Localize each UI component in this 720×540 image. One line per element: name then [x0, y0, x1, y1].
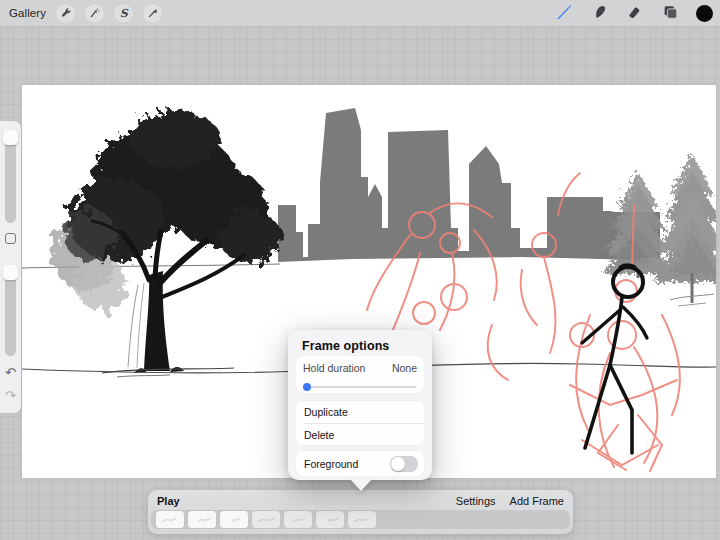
frame-thumbnail[interactable] — [188, 511, 216, 528]
adjustments-button[interactable] — [85, 4, 104, 23]
frame-thumbnail[interactable] — [220, 511, 248, 528]
popover-title: Frame options — [288, 330, 432, 353]
redo-button[interactable]: ↷ — [0, 389, 21, 402]
brush-opacity-slider[interactable] — [5, 268, 16, 356]
hold-duration-label: Hold duration — [303, 362, 365, 374]
foreground-label: Foreground — [304, 458, 358, 470]
transform-arrow-icon — [147, 7, 159, 19]
modify-button[interactable] — [5, 233, 16, 244]
brush-size-handle[interactable] — [3, 130, 18, 145]
layers-button[interactable] — [659, 3, 681, 25]
city-skyline — [278, 108, 660, 262]
frame-options-popover: Frame options Hold duration None Duplica… — [288, 330, 432, 480]
popover-tail — [350, 479, 372, 491]
frame-thumbnail[interactable] — [252, 511, 280, 528]
hold-duration-slider[interactable] — [303, 383, 417, 391]
animation-timeline: Play Settings Add Frame — [148, 490, 573, 534]
delete-button[interactable]: Delete — [296, 424, 424, 446]
selection-s-icon: S — [120, 8, 128, 19]
top-toolbar: Gallery S — [0, 0, 720, 27]
magic-wand-icon — [89, 7, 101, 19]
eraser-icon — [626, 4, 642, 24]
undo-button[interactable]: ↶ — [0, 366, 21, 379]
foreground-toggle[interactable] — [390, 456, 418, 472]
frame-thumbnail[interactable] — [348, 511, 376, 528]
play-button[interactable]: Play — [157, 495, 180, 507]
color-button[interactable] — [693, 3, 715, 25]
selection-button[interactable]: S — [114, 4, 133, 23]
paint-tool-button[interactable] — [553, 3, 575, 25]
smudge-icon — [592, 3, 609, 24]
eraser-tool-button[interactable] — [623, 3, 645, 25]
ink-tree — [52, 110, 281, 377]
settings-button[interactable]: Settings — [456, 495, 496, 507]
wrench-icon — [60, 7, 72, 19]
color-swatch — [696, 5, 713, 22]
transform-button[interactable] — [143, 4, 162, 23]
hold-duration-value: None — [392, 362, 417, 374]
hold-duration-thumb[interactable] — [303, 383, 311, 391]
frame-thumbnail[interactable] — [316, 511, 344, 528]
duplicate-button[interactable]: Duplicate — [296, 401, 424, 423]
layers-icon — [661, 3, 679, 25]
actions-button[interactable] — [56, 4, 75, 23]
frame-thumbnail[interactable] — [156, 511, 184, 528]
brush-sidebar: ↶ ↷ — [0, 121, 21, 413]
frame-thumbnail[interactable] — [284, 511, 312, 528]
brush-size-slider[interactable] — [5, 133, 16, 223]
hold-duration-card: Hold duration None — [296, 356, 424, 393]
brush-opacity-handle[interactable] — [3, 265, 18, 280]
gallery-button[interactable]: Gallery — [9, 7, 46, 19]
smudge-tool-button[interactable] — [589, 3, 611, 25]
paint-brush-icon — [554, 2, 574, 26]
frame-strip — [151, 510, 570, 529]
add-frame-button[interactable]: Add Frame — [510, 495, 564, 507]
